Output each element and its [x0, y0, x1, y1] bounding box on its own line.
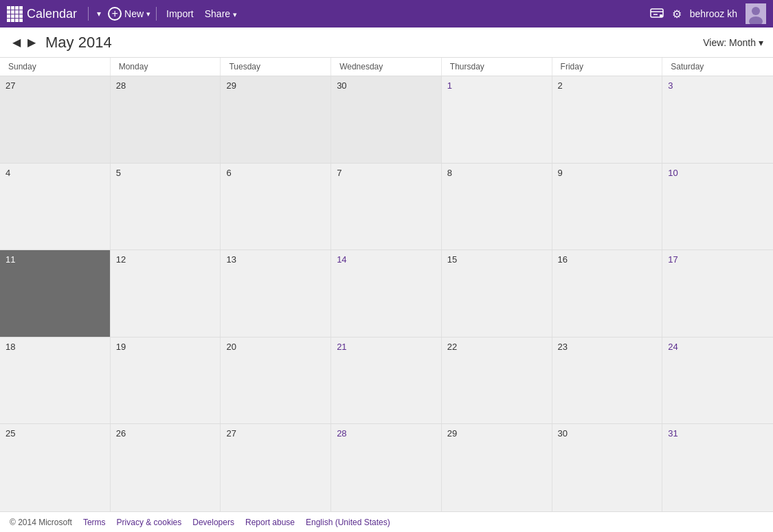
calendar-cell[interactable]: 7 — [331, 164, 442, 250]
calendar-cell[interactable]: 22 — [442, 337, 552, 424]
day-number[interactable]: 17 — [668, 254, 677, 265]
calendar-cell[interactable]: 5 — [111, 164, 221, 250]
week-row: 27282930123 — [0, 76, 773, 164]
new-button[interactable]: + New ▾ — [108, 7, 150, 21]
day-header-sunday: Sunday — [0, 58, 111, 76]
share-link[interactable]: Share ▾ — [205, 8, 237, 19]
app-logo-icon — [7, 6, 23, 22]
day-number[interactable]: 24 — [668, 342, 677, 352]
calendar-cell[interactable]: 20 — [221, 337, 331, 424]
calendar-cell[interactable]: 13 — [221, 250, 331, 337]
settings-icon[interactable]: ⚙ — [672, 8, 682, 21]
day-number: 13 — [226, 254, 236, 265]
copyright: © 2014 Microsoft — [10, 518, 72, 527]
logo-area: Calendar ▾ — [7, 6, 101, 22]
chat-icon[interactable] — [650, 8, 664, 19]
calendar-cell[interactable]: 18 — [0, 337, 111, 424]
day-number[interactable]: 14 — [337, 254, 346, 265]
privacy-link[interactable]: Privacy & cookies — [117, 518, 182, 527]
share-chevron-icon: ▾ — [233, 10, 237, 19]
day-number: 22 — [447, 342, 457, 352]
calendar-cell[interactable]: 28 — [111, 76, 221, 163]
plus-icon: + — [108, 7, 122, 21]
new-chevron-icon: ▾ — [146, 10, 150, 19]
calendar-cell[interactable]: 30 — [331, 76, 442, 163]
calendar-cell[interactable]: 16 — [552, 250, 663, 337]
day-number: 19 — [116, 342, 126, 352]
calendar: SundayMondayTuesdayWednesdayThursdayFrid… — [0, 58, 773, 511]
week-row: 45678910 — [0, 164, 773, 251]
calendar-cell[interactable]: 29 — [221, 76, 331, 163]
calendar-cell[interactable]: 11 — [0, 250, 111, 337]
calendar-cell[interactable]: 25 — [0, 424, 111, 511]
username[interactable]: behrooz kh — [690, 8, 737, 19]
calendar-cell[interactable]: 21 — [331, 337, 442, 424]
import-link[interactable]: Import — [166, 8, 194, 19]
day-number: 26 — [116, 428, 126, 439]
next-month-button[interactable]: ▶ — [25, 34, 38, 50]
calendar-cell[interactable]: 19 — [111, 337, 221, 424]
day-number: 6 — [226, 168, 231, 178]
calendar-cell[interactable]: 15 — [442, 250, 552, 337]
calendar-cell[interactable]: 10 — [662, 164, 773, 250]
day-number: 9 — [558, 168, 563, 178]
calendar-cell[interactable]: 23 — [552, 337, 663, 424]
day-number: 5 — [116, 168, 121, 178]
header-right: ⚙ behrooz kh — [650, 3, 766, 24]
day-header-wednesday: Wednesday — [331, 58, 442, 76]
terms-link[interactable]: Terms — [83, 518, 106, 527]
calendar-cell[interactable]: 24 — [662, 337, 773, 424]
developers-link[interactable]: Developers — [192, 518, 234, 527]
day-number: 7 — [337, 168, 341, 178]
prev-month-button[interactable]: ◀ — [10, 34, 23, 50]
calendar-cell[interactable]: 4 — [0, 164, 111, 250]
calendar-body: 2728293012345678910111213141516171819202… — [0, 76, 773, 511]
calendar-cell[interactable]: 2 — [552, 76, 663, 163]
calendar-cell[interactable]: 8 — [442, 164, 552, 250]
day-number[interactable]: 31 — [668, 428, 677, 439]
day-number[interactable]: 21 — [337, 342, 346, 352]
report-abuse-link[interactable]: Report abuse — [245, 518, 295, 527]
calendar-cell[interactable]: 6 — [221, 164, 331, 250]
day-number: 23 — [558, 342, 568, 352]
language-link[interactable]: English (United States) — [306, 518, 390, 527]
calendar-cell[interactable]: 9 — [552, 164, 663, 250]
new-label: New — [124, 8, 144, 19]
month-year-title: May 2014 — [45, 34, 112, 52]
day-number[interactable]: 10 — [668, 168, 677, 178]
calendar-cell[interactable]: 26 — [111, 424, 221, 511]
calendar-cell[interactable]: 12 — [111, 250, 221, 337]
day-number: 29 — [226, 80, 236, 91]
day-number: 8 — [447, 168, 452, 178]
calendar-cell[interactable]: 30 — [552, 424, 663, 511]
calendar-cell[interactable]: 1 — [442, 76, 552, 163]
view-chevron-icon: ▾ — [759, 37, 763, 48]
day-number: 16 — [558, 254, 568, 265]
day-number: 30 — [558, 428, 568, 439]
view-selector[interactable]: View: Month ▾ — [703, 37, 763, 48]
day-headers: SundayMondayTuesdayWednesdayThursdayFrid… — [0, 58, 773, 76]
day-number[interactable]: 1 — [447, 80, 452, 91]
day-number[interactable]: 28 — [337, 428, 346, 439]
day-header-monday: Monday — [111, 58, 221, 76]
calendar-cell[interactable]: 31 — [662, 424, 773, 511]
view-label: View: Month — [703, 37, 756, 48]
avatar[interactable] — [746, 3, 766, 24]
sub-header: ◀ ▶ May 2014 View: Month ▾ — [0, 27, 773, 58]
day-header-tuesday: Tuesday — [221, 58, 331, 76]
day-number[interactable]: 3 — [668, 80, 673, 91]
day-number: 11 — [5, 254, 15, 265]
calendar-cell[interactable]: 14 — [331, 250, 442, 337]
day-number: 29 — [447, 428, 457, 439]
day-number: 27 — [5, 80, 15, 91]
calendar-cell[interactable]: 28 — [331, 424, 442, 511]
day-number: 15 — [447, 254, 457, 265]
footer: © 2014 Microsoft Terms Privacy & cookies… — [0, 511, 773, 532]
calendar-cell[interactable]: 3 — [662, 76, 773, 163]
calendar-cell[interactable]: 29 — [442, 424, 552, 511]
app-chevron-icon[interactable]: ▾ — [97, 9, 101, 19]
calendar-cell[interactable]: 17 — [662, 250, 773, 337]
week-row: 18192021222324 — [0, 337, 773, 425]
calendar-cell[interactable]: 27 — [221, 424, 331, 511]
calendar-cell[interactable]: 27 — [0, 76, 111, 163]
